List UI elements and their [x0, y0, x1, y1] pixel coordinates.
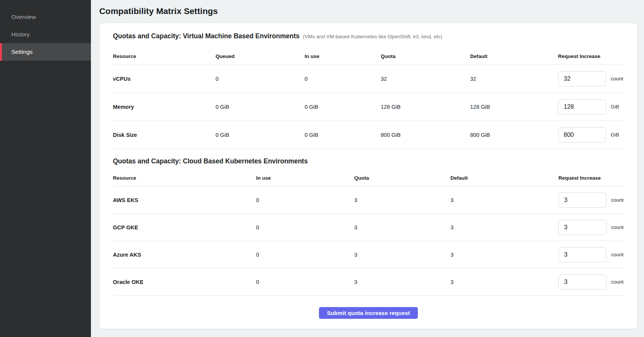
unit-label: GiB [611, 104, 619, 110]
unit-label: count [611, 76, 623, 82]
azure-aks-request-input[interactable] [558, 247, 606, 262]
vm-section-subtitle: (VMs and VM-based Kubernetes like OpenSh… [303, 34, 442, 39]
vm-table-header: Resource Queued In use Quota Default Req… [113, 48, 624, 65]
default-value: 32 [470, 76, 558, 82]
gcp-gke-request-input[interactable] [558, 220, 606, 235]
k8s-col-quota: Quota [354, 175, 450, 181]
k8s-col-default: Default [450, 175, 558, 181]
resource-name: GCP GKE [113, 224, 256, 230]
quota-value: 3 [354, 197, 450, 203]
sidebar-item-label: History [11, 31, 30, 38]
table-row-gcp-gke: GCP GKE 0 3 3 count [113, 214, 624, 241]
resource-name: vCPUs [113, 76, 216, 82]
k8s-col-resource: Resource [113, 175, 256, 181]
unit-label: GiB [611, 132, 619, 138]
table-row-disk-size: Disk Size 0 GiB 0 GiB 800 GiB 800 GiB Gi… [113, 121, 624, 149]
table-row-memory: Memory 0 GiB 0 GiB 128 GiB 128 GiB GiB [113, 93, 624, 121]
table-row-vcpus: vCPUs 0 0 32 32 count [113, 65, 624, 93]
k8s-section-title: Quotas and Capacity: Cloud Based Kuberne… [113, 157, 308, 165]
quota-value: 3 [354, 224, 450, 230]
table-row-oracle-oke: Oracle OKE 0 3 3 count [113, 268, 624, 296]
unit-label: count [611, 224, 624, 230]
quota-value: 3 [354, 252, 450, 258]
vm-col-resource: Resource [113, 53, 216, 59]
sidebar-item-label: Settings [11, 49, 33, 55]
in-use-value: 0 [305, 76, 381, 82]
main-content: Compatibility Matrix Settings Quotas and… [91, 0, 644, 337]
submit-quota-increase-button[interactable]: Submit quota increase request [319, 307, 418, 319]
unit-label: count [611, 197, 624, 203]
sidebar: Overview History Settings [0, 0, 91, 337]
vm-col-request-increase: Request Increase [558, 53, 624, 59]
unit-label: count [611, 279, 624, 285]
in-use-value: 0 GiB [305, 104, 381, 110]
default-value: 3 [450, 224, 558, 230]
k8s-col-in-use: In use [256, 175, 354, 181]
resource-name: Azure AKS [113, 252, 256, 258]
queued-value: 0 GiB [216, 132, 305, 138]
default-value: 128 GiB [470, 104, 558, 110]
vm-section-heading: Quotas and Capacity: Virtual Machine Bas… [113, 32, 624, 40]
default-value: 3 [450, 197, 558, 203]
aws-eks-request-input[interactable] [558, 193, 606, 208]
vcpus-request-input[interactable] [558, 71, 606, 86]
default-value: 800 GiB [470, 132, 558, 138]
app-window: Overview History Settings Compatibility … [0, 0, 644, 337]
k8s-section-heading: Quotas and Capacity: Cloud Based Kuberne… [113, 157, 624, 165]
k8s-col-request-increase: Request Increase [558, 175, 624, 181]
unit-label: count [611, 252, 624, 257]
vm-col-queued: Queued [216, 53, 305, 59]
in-use-value: 0 [256, 224, 354, 230]
vm-col-quota: Quota [381, 53, 470, 59]
sidebar-item-label: Overview [11, 14, 36, 20]
quota-value: 800 GiB [381, 132, 470, 138]
in-use-value: 0 GiB [305, 132, 381, 138]
resource-name: Disk Size [113, 132, 216, 138]
quota-value: 32 [381, 76, 470, 82]
resource-name: Memory [113, 104, 216, 110]
vm-section-title: Quotas and Capacity: Virtual Machine Bas… [113, 32, 300, 40]
memory-request-input[interactable] [558, 99, 606, 114]
quota-value: 3 [354, 279, 450, 285]
oracle-oke-request-input[interactable] [558, 274, 606, 290]
default-value: 3 [450, 279, 558, 285]
sidebar-item-overview[interactable]: Overview [0, 8, 91, 26]
k8s-table-header: Resource In use Quota Default Request In… [113, 170, 624, 187]
default-value: 3 [450, 252, 558, 258]
queued-value: 0 GiB [216, 104, 305, 110]
page-title: Compatibility Matrix Settings [99, 6, 644, 16]
table-row-azure-aks: Azure AKS 0 3 3 count [113, 241, 624, 268]
card-footer: Submit quota increase request [113, 307, 624, 319]
vm-col-default: Default [470, 53, 558, 59]
sidebar-item-settings[interactable]: Settings [0, 43, 91, 61]
vm-col-in-use: In use [305, 53, 381, 59]
in-use-value: 0 [256, 197, 354, 203]
resource-name: AWS EKS [113, 197, 256, 203]
in-use-value: 0 [256, 279, 354, 285]
sidebar-item-history[interactable]: History [0, 26, 91, 43]
quota-value: 128 GiB [381, 104, 470, 110]
in-use-value: 0 [256, 252, 354, 258]
disk-size-request-input[interactable] [558, 127, 606, 143]
settings-card: Quotas and Capacity: Virtual Machine Bas… [99, 23, 638, 329]
queued-value: 0 [216, 76, 305, 82]
resource-name: Oracle OKE [113, 279, 256, 285]
table-row-aws-eks: AWS EKS 0 3 3 count [113, 187, 624, 214]
